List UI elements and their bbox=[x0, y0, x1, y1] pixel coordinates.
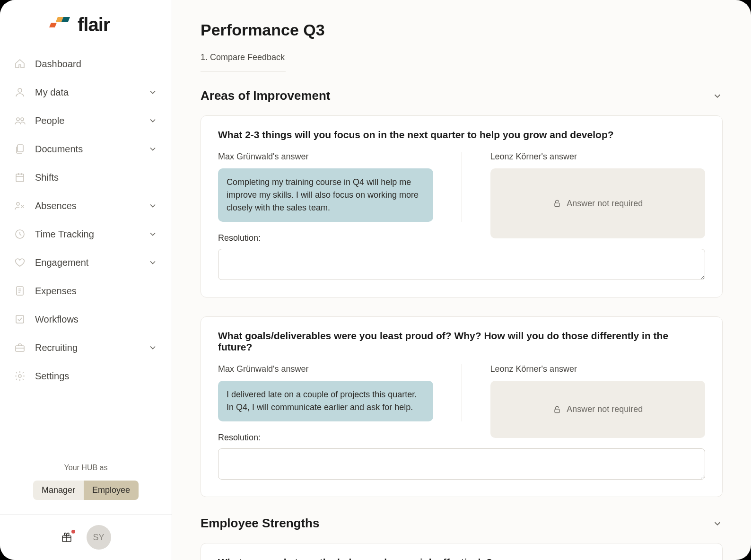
sidebar: flair DashboardMy dataPeopleDocumentsShi… bbox=[0, 0, 172, 560]
avatar[interactable]: SY bbox=[87, 525, 111, 550]
briefcase-icon bbox=[14, 342, 26, 353]
sidebar-item-label: Expenses bbox=[35, 286, 77, 297]
section-title: Employee Strengths bbox=[201, 516, 319, 531]
resolution-input[interactable] bbox=[218, 249, 705, 280]
answer-not-required: Answer not required bbox=[490, 168, 706, 238]
chevron-down-icon bbox=[148, 116, 157, 125]
gear-icon bbox=[14, 370, 26, 382]
answers-row: Max Grünwald's answerI delivered late on… bbox=[218, 364, 705, 421]
chevron-down-icon bbox=[148, 88, 157, 97]
sidebar-item-my-data[interactable]: My data bbox=[7, 78, 165, 106]
hub-label: Your HUB as bbox=[14, 464, 157, 472]
sidebar-item-label: Time Tracking bbox=[35, 229, 94, 240]
page-title: Performance Q3 bbox=[201, 21, 723, 39]
chevron-down-icon bbox=[148, 229, 157, 239]
unlock-icon bbox=[552, 199, 562, 208]
absence-icon bbox=[14, 200, 26, 211]
sidebar-item-settings[interactable]: Settings bbox=[7, 362, 165, 390]
clock-icon bbox=[14, 228, 26, 240]
chevron-down-icon bbox=[712, 91, 723, 101]
logo-text: flair bbox=[78, 14, 110, 35]
gift-icon[interactable] bbox=[61, 532, 72, 543]
unlock-icon bbox=[552, 405, 562, 414]
sidebar-item-dashboard[interactable]: Dashboard bbox=[7, 50, 165, 78]
sidebar-item-label: Shifts bbox=[35, 172, 59, 183]
sidebar-item-workflows[interactable]: Workflows bbox=[7, 305, 165, 333]
sidebar-item-time-tracking[interactable]: Time Tracking bbox=[7, 220, 165, 248]
expense-icon bbox=[14, 285, 26, 297]
resolution-input[interactable] bbox=[218, 448, 705, 480]
question-prompt: What goals/deliverables were you least p… bbox=[218, 330, 705, 353]
not-required-label: Answer not required bbox=[567, 404, 643, 414]
not-required-label: Answer not required bbox=[567, 199, 643, 209]
workflow-icon bbox=[14, 314, 26, 325]
answer-left-label: Max Grünwald's answer bbox=[218, 364, 433, 374]
question-card: What 2-3 things will you focus on in the… bbox=[201, 115, 723, 298]
people-icon bbox=[14, 115, 26, 126]
answer-not-required: Answer not required bbox=[490, 381, 706, 438]
section-header[interactable]: Employee Strengths bbox=[201, 516, 723, 531]
sidebar-item-label: Recruiting bbox=[35, 342, 78, 353]
sidebar-nav: DashboardMy dataPeopleDocumentsShiftsAbs… bbox=[0, 50, 172, 454]
sidebar-item-label: Workflows bbox=[35, 314, 79, 325]
answer-right-col: Leonz Körner's answerAnswer not required bbox=[490, 152, 706, 222]
hub-toggle: Manager Employee bbox=[33, 481, 139, 500]
flair-logo-icon bbox=[47, 17, 70, 33]
sidebar-item-label: Documents bbox=[35, 144, 83, 155]
calendar-icon bbox=[14, 172, 26, 183]
sidebar-item-recruiting[interactable]: Recruiting bbox=[7, 333, 165, 362]
hub-section: Your HUB as Manager Employee bbox=[0, 454, 172, 514]
sections-container: Areas of ImprovementWhat 2-3 things will… bbox=[201, 88, 723, 560]
answer-left-bubble: Completing my training course in Q4 will… bbox=[218, 168, 433, 222]
breadcrumb: 1. Compare Feedback bbox=[201, 52, 723, 62]
answer-left-col: Max Grünwald's answerCompleting my train… bbox=[218, 152, 462, 222]
sidebar-item-shifts[interactable]: Shifts bbox=[7, 163, 165, 192]
notification-dot bbox=[71, 530, 75, 534]
chevron-down-icon bbox=[712, 518, 723, 529]
app-frame: flair DashboardMy dataPeopleDocumentsShi… bbox=[0, 0, 751, 560]
sidebar-item-engagement[interactable]: Engagement bbox=[7, 248, 165, 277]
sidebar-item-documents[interactable]: Documents bbox=[7, 135, 165, 163]
question-prompt: What personal strengths help you do your… bbox=[218, 557, 705, 560]
answer-left-col: Max Grünwald's answerI delivered late on… bbox=[218, 364, 462, 421]
answer-left-label: Max Grünwald's answer bbox=[218, 152, 433, 162]
sidebar-item-people[interactable]: People bbox=[7, 106, 165, 135]
hub-toggle-manager[interactable]: Manager bbox=[33, 481, 84, 500]
question-card: What personal strengths help you do your… bbox=[201, 543, 723, 560]
sidebar-item-label: My data bbox=[35, 87, 69, 98]
sidebar-bottom: SY bbox=[0, 514, 172, 560]
question-card: What goals/deliverables were you least p… bbox=[201, 316, 723, 497]
question-prompt: What 2-3 things will you focus on in the… bbox=[218, 129, 705, 140]
sidebar-item-label: Dashboard bbox=[35, 59, 81, 70]
sidebar-item-expenses[interactable]: Expenses bbox=[7, 277, 165, 305]
home-icon bbox=[14, 58, 26, 70]
answer-right-label: Leonz Körner's answer bbox=[490, 364, 706, 374]
chevron-down-icon bbox=[148, 144, 157, 154]
documents-icon bbox=[14, 143, 26, 155]
answer-right-col: Leonz Körner's answerAnswer not required bbox=[490, 364, 706, 421]
chevron-down-icon bbox=[148, 201, 157, 210]
sidebar-item-label: Settings bbox=[35, 371, 69, 382]
hub-toggle-employee[interactable]: Employee bbox=[84, 481, 139, 500]
sidebar-item-label: Absences bbox=[35, 201, 77, 211]
chevron-down-icon bbox=[148, 343, 157, 352]
breadcrumb-underline bbox=[201, 71, 286, 71]
section-header[interactable]: Areas of Improvement bbox=[201, 88, 723, 103]
answer-left-bubble: I delivered late on a couple of projects… bbox=[218, 381, 433, 421]
sidebar-item-label: Engagement bbox=[35, 257, 88, 268]
sidebar-item-absences[interactable]: Absences bbox=[7, 192, 165, 220]
answers-row: Max Grünwald's answerCompleting my train… bbox=[218, 152, 705, 222]
chevron-down-icon bbox=[148, 258, 157, 267]
answer-right-label: Leonz Körner's answer bbox=[490, 152, 706, 162]
heart-icon bbox=[14, 257, 26, 268]
logo[interactable]: flair bbox=[0, 0, 172, 50]
sidebar-item-label: People bbox=[35, 115, 64, 126]
section-title: Areas of Improvement bbox=[201, 88, 331, 103]
user-icon bbox=[14, 87, 26, 98]
main-content: Performance Q3 1. Compare Feedback Areas… bbox=[172, 0, 751, 560]
